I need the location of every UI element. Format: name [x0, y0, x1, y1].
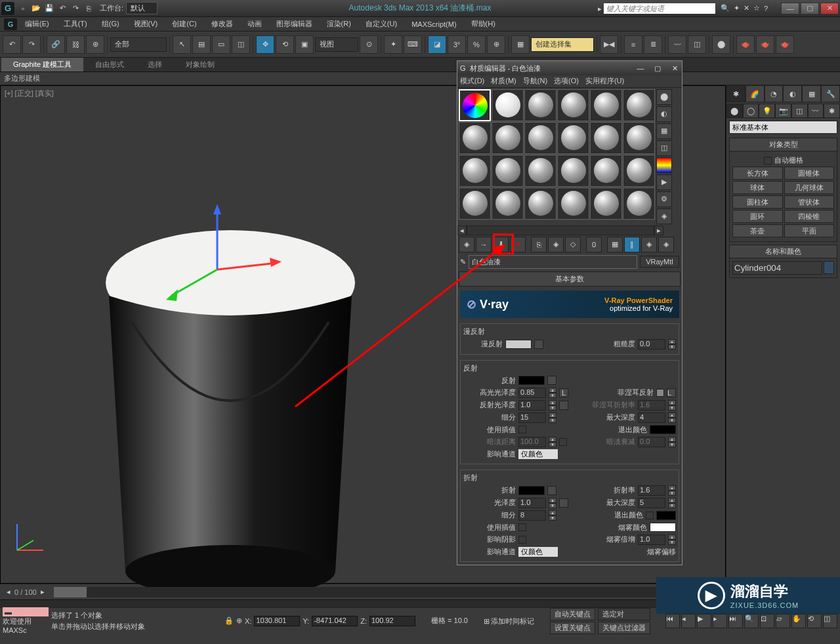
sample-slot-2[interactable] [492, 89, 524, 121]
selection-filter-dropdown[interactable]: 全部 [110, 37, 167, 52]
prev-frame-icon[interactable]: ◂ [681, 614, 696, 628]
render-button[interactable]: 🫖 [776, 35, 794, 54]
pivot-button[interactable]: ⊙ [360, 35, 378, 54]
systems-cat[interactable]: ✱ [824, 104, 840, 118]
sample-slot[interactable] [623, 155, 655, 187]
fresnel-checkbox[interactable] [656, 389, 664, 397]
cone-button[interactable]: 圆锥体 [784, 167, 835, 180]
hl-lock-button[interactable]: L [559, 388, 568, 397]
menu-views[interactable]: 视图(V) [127, 18, 165, 30]
tab-selection[interactable]: 选择 [136, 58, 174, 71]
autokey-button[interactable]: 自动关键点 [550, 608, 595, 620]
plane-button[interactable]: 平面 [784, 224, 835, 237]
sample-slot[interactable] [492, 155, 524, 187]
material-type-button[interactable]: VRayMtl [640, 256, 679, 268]
select-region-button[interactable]: ▭ [212, 35, 230, 54]
redo-button[interactable]: ↷ [22, 35, 41, 54]
object-color-swatch[interactable] [824, 261, 834, 274]
put-to-scene-icon[interactable]: → [476, 237, 492, 252]
material-name-dropdown[interactable]: 白色油漆 [469, 255, 637, 269]
display-tab[interactable]: ▦ [802, 85, 821, 102]
exchange-icon[interactable]: ✕ [744, 4, 749, 12]
maximize-vp-icon[interactable]: ◫ [823, 614, 837, 628]
zoom-icon[interactable]: 🔍 [744, 614, 759, 628]
named-sel-dropdown[interactable]: 创建选择集 [531, 37, 594, 52]
lock-icon[interactable]: 🔒 [224, 616, 234, 625]
tab-objpaint[interactable]: 对象绘制 [174, 58, 226, 71]
curve-editor-button[interactable]: 〰 [668, 35, 686, 54]
viewport-label[interactable]: [+] [正交] [真实] [5, 89, 54, 98]
geosphere-button[interactable]: 几何球体 [784, 181, 835, 194]
options-icon[interactable]: ⚙ [656, 191, 672, 207]
close-button[interactable]: ✕ [820, 3, 839, 14]
orbit-icon[interactable]: ⟲ [807, 614, 822, 628]
menu-maxscript[interactable]: MAXScript(M) [405, 19, 463, 30]
link-button[interactable]: 🔗 [47, 35, 65, 54]
link-icon[interactable]: ⎘ [83, 3, 94, 14]
timeline-prev[interactable]: ◂ [7, 588, 10, 596]
space-cat[interactable]: 〰 [808, 104, 824, 118]
undo-button[interactable]: ↶ [3, 35, 21, 54]
sample-slot[interactable] [590, 155, 622, 187]
sample-slot[interactable] [590, 89, 622, 121]
pan-icon[interactable]: ✋ [791, 614, 806, 628]
field-of-view-icon[interactable]: ▱ [776, 614, 790, 628]
menu-rendering[interactable]: 渲染(R) [320, 18, 358, 30]
sample-slot[interactable] [524, 188, 556, 220]
search-icon[interactable]: 🔍 [721, 4, 730, 12]
render-frame-button[interactable]: 🫖 [756, 35, 774, 54]
menu-group[interactable]: 组(G) [95, 18, 126, 30]
app-menu-button[interactable]: G [4, 18, 17, 30]
sample-slot[interactable] [557, 89, 589, 121]
subscription-icon[interactable]: ✦ [734, 4, 740, 12]
sample-type-icon[interactable]: ⬤ [656, 89, 672, 105]
align-button[interactable]: ≡ [624, 35, 642, 54]
scroll-left[interactable]: ◂ [457, 226, 467, 235]
sphere-button[interactable]: 球体 [732, 181, 783, 194]
sample-slot[interactable] [557, 122, 589, 154]
redo-icon[interactable]: ↷ [70, 3, 81, 14]
background-icon[interactable]: ▦ [656, 123, 672, 139]
goto-start-icon[interactable]: ⏮ [665, 614, 680, 628]
rotate-button[interactable]: ⟲ [276, 35, 294, 54]
keyfilter-button[interactable]: 关键点过滤器 [598, 622, 650, 634]
backlight-icon[interactable]: ◐ [656, 106, 672, 122]
select-by-mat-icon[interactable]: ◈ [656, 209, 672, 224]
tab-freeform[interactable]: 自由形式 [83, 58, 136, 71]
cameras-cat[interactable]: 📷 [775, 104, 791, 118]
selected-dropdown[interactable]: 选定对 [598, 608, 650, 620]
coord-x[interactable]: 1030.801 [254, 616, 300, 626]
menu-edit[interactable]: 编辑(E) [18, 18, 56, 30]
sample-slot[interactable] [590, 122, 622, 154]
material-id-icon[interactable]: 0 [586, 237, 602, 252]
ref-coord-dropdown[interactable]: 视图 [315, 37, 358, 52]
utilities-tab[interactable]: 🔧 [821, 85, 840, 102]
sample-slot-1[interactable] [459, 89, 491, 121]
rollout-basic-params[interactable]: 基本参数 [459, 272, 681, 287]
exit-color-swatch[interactable] [650, 425, 676, 434]
select-name-button[interactable]: ▤ [192, 35, 211, 54]
go-sibling-icon[interactable]: ◈ [658, 237, 674, 252]
mirror-button[interactable]: ▶◀ [600, 35, 618, 54]
named-sel-edit[interactable]: ▦ [511, 35, 530, 54]
menu-tools[interactable]: 工具(T) [57, 18, 94, 30]
material-editor-button[interactable]: ⬤ [712, 35, 730, 54]
dialog-minimize[interactable]: — [636, 64, 645, 73]
diffuse-map-button[interactable] [534, 340, 543, 349]
spinner-snap[interactable]: ⊕ [487, 35, 505, 54]
autogrid-checkbox[interactable] [764, 157, 772, 165]
script-button[interactable]: ▬ [3, 607, 49, 616]
refract-color-swatch[interactable] [518, 486, 545, 495]
percent-snap[interactable]: % [467, 35, 486, 54]
get-material-icon[interactable]: ◈ [459, 237, 474, 252]
sample-slot[interactable] [459, 155, 491, 187]
sample-slot[interactable] [623, 89, 655, 121]
time-tag-icon[interactable]: ⊞ [484, 617, 490, 626]
pyramid-button[interactable]: 四棱锥 [784, 210, 835, 223]
schematic-button[interactable]: ◫ [688, 35, 706, 54]
workspace-dropdown[interactable]: 默认 [126, 2, 158, 14]
sample-slot[interactable] [524, 155, 556, 187]
goto-end-icon[interactable]: ⏭ [728, 614, 743, 628]
pick-icon[interactable]: ✎ [460, 258, 466, 266]
unlink-button[interactable]: ⛓ [66, 35, 85, 54]
